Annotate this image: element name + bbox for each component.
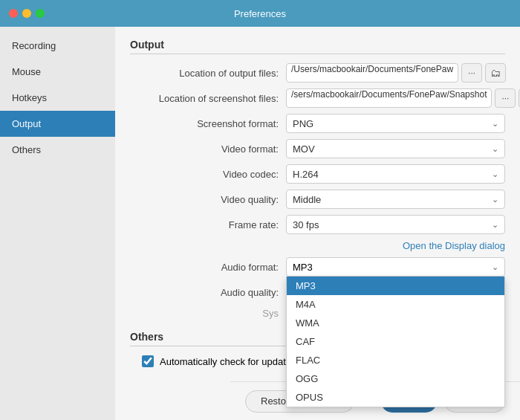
window-title: Preferences bbox=[234, 8, 286, 19]
audio-option-wma[interactable]: WMA bbox=[287, 314, 504, 332]
frame-rate-label: Frame rate: bbox=[130, 219, 286, 230]
video-codec-row: Video codec: H.264 ⌄ bbox=[130, 164, 505, 184]
video-codec-control: H.264 ⌄ bbox=[286, 164, 505, 184]
video-quality-label: Video quality: bbox=[130, 194, 286, 205]
traffic-lights bbox=[9, 9, 45, 18]
video-format-dropdown[interactable]: MOV ⌄ bbox=[286, 139, 505, 158]
video-codec-label: Video codec: bbox=[130, 169, 286, 180]
audio-option-caf[interactable]: CAF bbox=[287, 332, 504, 351]
auto-check-label: Automatically check for updates bbox=[160, 356, 296, 367]
output-location-input[interactable]: /Users/macbookair/Documents/FonePaw bbox=[286, 63, 458, 83]
sidebar-item-hotkeys[interactable]: Hotkeys bbox=[0, 85, 115, 111]
audio-option-ogg[interactable]: OGG bbox=[287, 369, 504, 388]
display-dialog-link[interactable]: Open the Display dialog bbox=[403, 240, 505, 251]
video-quality-row: Video quality: Middle ⌄ bbox=[130, 190, 505, 209]
screenshot-location-row: Location of screenshot files: /sers/macb… bbox=[130, 88, 505, 108]
audio-option-opus[interactable]: OPUS bbox=[287, 388, 504, 407]
chevron-down-icon: ⌄ bbox=[492, 220, 498, 230]
video-format-label: Video format: bbox=[130, 143, 286, 155]
audio-format-label: Audio format: bbox=[130, 262, 286, 273]
output-location-control: /Users/macbookair/Documents/FonePaw ··· … bbox=[286, 63, 506, 83]
chevron-down-icon: ⌄ bbox=[492, 119, 498, 129]
content-area: Output Location of output files: /Users/… bbox=[115, 27, 520, 420]
titlebar: Preferences bbox=[0, 0, 520, 27]
audio-format-control: MP3 ⌄ MP3 M4A WMA CAF FLAC OGG OPUS bbox=[286, 257, 505, 277]
output-location-label: Location of output files: bbox=[130, 68, 286, 79]
screenshot-format-row: Screenshot format: PNG ⌄ bbox=[130, 114, 505, 133]
chevron-down-icon: ⌄ bbox=[492, 195, 498, 204]
screenshot-location-dots-button[interactable]: ··· bbox=[495, 88, 516, 108]
maximize-button[interactable] bbox=[36, 9, 45, 18]
screenshot-location-label: Location of screenshot files: bbox=[130, 93, 286, 104]
screenshot-format-label: Screenshot format: bbox=[130, 118, 286, 129]
audio-format-dropdown[interactable]: MP3 ⌄ bbox=[286, 257, 505, 277]
video-codec-dropdown[interactable]: H.264 ⌄ bbox=[286, 164, 505, 184]
video-format-control: MOV ⌄ bbox=[286, 139, 505, 158]
chevron-down-icon: ⌄ bbox=[492, 144, 498, 154]
chevron-down-icon: ⌄ bbox=[492, 169, 498, 179]
screenshot-format-dropdown[interactable]: PNG ⌄ bbox=[286, 114, 505, 133]
audio-format-dropdown-wrapper: MP3 ⌄ MP3 M4A WMA CAF FLAC OGG OPUS bbox=[286, 257, 505, 277]
audio-option-mp3[interactable]: MP3 bbox=[287, 277, 504, 295]
output-section-title: Output bbox=[130, 39, 505, 54]
video-quality-dropdown[interactable]: Middle ⌄ bbox=[286, 190, 505, 209]
auto-check-checkbox[interactable] bbox=[142, 355, 154, 367]
screenshot-format-control: PNG ⌄ bbox=[286, 114, 505, 133]
frame-rate-control: 30 fps ⌄ bbox=[286, 215, 505, 234]
audio-format-dropdown-list: MP3 M4A WMA CAF FLAC OGG OPUS bbox=[286, 277, 505, 407]
frame-rate-dropdown[interactable]: 30 fps ⌄ bbox=[286, 215, 505, 234]
system-label: Sys bbox=[130, 308, 286, 319]
screenshot-location-control: /sers/macbookair/Documents/FonePaw/Snaps… bbox=[286, 88, 520, 108]
audio-quality-label: Audio quality: bbox=[130, 287, 286, 298]
sidebar: Recording Mouse Hotkeys Output Others bbox=[0, 27, 115, 420]
sidebar-item-others[interactable]: Others bbox=[0, 137, 115, 163]
frame-rate-row: Frame rate: 30 fps ⌄ bbox=[130, 215, 505, 234]
audio-option-flac[interactable]: FLAC bbox=[287, 351, 504, 369]
output-location-row: Location of output files: /Users/macbook… bbox=[130, 63, 505, 83]
output-location-folder-button[interactable]: 🗂 bbox=[485, 63, 506, 83]
close-button[interactable] bbox=[9, 9, 18, 18]
sidebar-item-recording[interactable]: Recording bbox=[0, 33, 115, 59]
minimize-button[interactable] bbox=[22, 9, 31, 18]
video-quality-control: Middle ⌄ bbox=[286, 190, 505, 209]
screenshot-location-input[interactable]: /sers/macbookair/Documents/FonePaw/Snaps… bbox=[286, 88, 492, 108]
main-layout: Recording Mouse Hotkeys Output Others Ou… bbox=[0, 27, 520, 420]
audio-format-row: Audio format: MP3 ⌄ MP3 M4A WMA CAF FLAC… bbox=[130, 257, 505, 277]
folder-icon: 🗂 bbox=[490, 67, 501, 79]
sidebar-item-mouse[interactable]: Mouse bbox=[0, 59, 115, 85]
chevron-down-icon: ⌄ bbox=[492, 262, 498, 272]
output-location-dots-button[interactable]: ··· bbox=[461, 63, 482, 83]
sidebar-item-output[interactable]: Output bbox=[0, 111, 115, 137]
video-format-row: Video format: MOV ⌄ bbox=[130, 139, 505, 158]
audio-option-m4a[interactable]: M4A bbox=[287, 295, 504, 314]
